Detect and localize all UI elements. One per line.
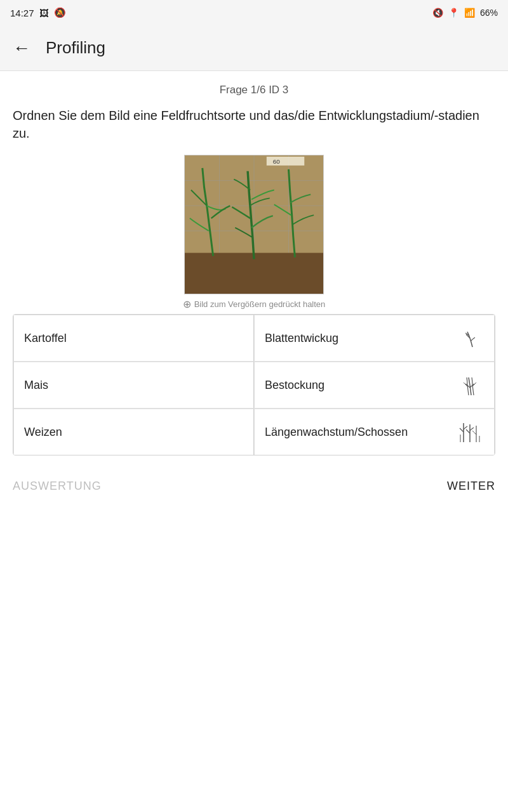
photo-icon: 🖼 — [39, 8, 49, 18]
mute-icon-right: 🔇 — [432, 8, 443, 18]
back-arrow-icon: ← — [13, 38, 30, 58]
status-right: 🔇 📍 📶 66% — [432, 8, 498, 18]
zoom-icon: ⊕ — [183, 298, 191, 310]
option-laengenwachstum[interactable]: Längenwachstum/Schossen — [254, 409, 495, 455]
auswertung-button[interactable]: AUSWERTUNG — [13, 480, 102, 493]
mute-icon: 🔕 — [54, 7, 66, 18]
action-buttons: AUSWERTUNG WEITER — [0, 473, 508, 506]
option-kartoffel[interactable]: Kartoffel — [13, 315, 254, 362]
toolbar: ← Profiling — [0, 25, 508, 71]
image-hint-text: Bild zum Vergößern gedrückt halten — [194, 299, 326, 309]
bestockung-label: Bestockung — [265, 379, 324, 392]
option-mais[interactable]: Mais — [13, 362, 254, 409]
image-hint: ⊕ Bild zum Vergößern gedrückt halten — [183, 298, 326, 310]
back-button[interactable]: ← — [10, 36, 33, 61]
kartoffel-label: Kartoffel — [24, 332, 67, 345]
option-blattentwickug[interactable]: Blattentwickug — [254, 315, 495, 362]
svg-rect-8 — [267, 157, 304, 166]
option-bestockung[interactable]: Bestockung — [254, 362, 495, 409]
status-left: 14:27 🖼 🔕 — [10, 7, 66, 18]
image-container[interactable]: 60 — [13, 155, 495, 310]
location-icon: 📍 — [448, 8, 459, 18]
blattentwickug-label: Blattentwickug — [265, 332, 338, 345]
weizen-label: Weizen — [24, 426, 62, 439]
signal-icon: 📶 — [464, 8, 475, 18]
battery-display: 66% — [480, 8, 498, 18]
question-text: Ordnen Sie dem Bild eine Feldfruchtsorte… — [13, 107, 495, 142]
main-content: Frage 1/6 ID 3 Ordnen Sie dem Bild eine … — [0, 71, 508, 455]
page-title: Profiling — [46, 38, 105, 58]
status-bar: 14:27 🖼 🔕 🔇 📍 📶 66% — [0, 0, 508, 25]
laengenwachstum-label: Längenwachstum/Schossen — [265, 426, 408, 439]
options-grid: Kartoffel Blattentwickug Mais Bestockung — [13, 314, 495, 455]
plant-image[interactable]: 60 — [184, 155, 324, 294]
option-weizen[interactable]: Weizen — [13, 409, 254, 455]
leaf-stage-icon — [461, 327, 484, 350]
weiter-button[interactable]: WEITER — [447, 480, 495, 493]
mais-label: Mais — [24, 379, 48, 392]
time-display: 14:27 — [10, 8, 34, 18]
tiller-stage-icon — [458, 374, 484, 396]
svg-text:60: 60 — [273, 158, 281, 165]
question-header: Frage 1/6 ID 3 — [13, 84, 495, 96]
elongation-stage-icon — [456, 421, 484, 443]
